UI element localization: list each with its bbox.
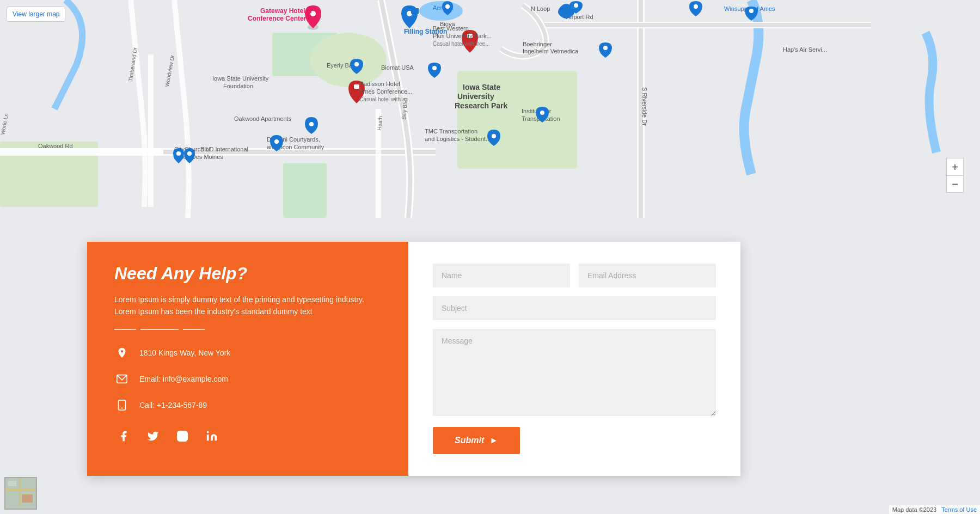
location-icon bbox=[114, 345, 130, 360]
subject-input[interactable] bbox=[433, 296, 716, 320]
info-panel: Need Any Help? Lorem Ipsum is simply dum… bbox=[87, 242, 408, 476]
svg-rect-77 bbox=[5, 489, 37, 491]
svg-text:Hap's Air Servi...: Hap's Air Servi... bbox=[783, 46, 827, 53]
svg-rect-87 bbox=[207, 435, 209, 440]
help-heading: Need Any Help? bbox=[114, 264, 381, 284]
divider-lines bbox=[114, 329, 381, 330]
svg-point-70 bbox=[603, 46, 608, 50]
facebook-icon[interactable] bbox=[117, 429, 131, 443]
svg-text:and Logistics - Student...: and Logistics - Student... bbox=[425, 136, 491, 142]
svg-rect-12 bbox=[544, 23, 871, 27]
svg-text:Research Park: Research Park bbox=[455, 101, 508, 110]
submit-arrow-icon: ► bbox=[489, 436, 498, 445]
email-icon bbox=[114, 371, 130, 387]
name-input[interactable] bbox=[433, 264, 570, 287]
submit-label: Submit bbox=[455, 436, 484, 445]
svg-text:Casual hotel with free...: Casual hotel with free... bbox=[433, 41, 490, 47]
svg-text:S Riverside Dr: S Riverside Dr bbox=[641, 87, 648, 126]
svg-text:Plus University Park...: Plus University Park... bbox=[433, 33, 492, 39]
svg-point-74 bbox=[574, 3, 578, 8]
svg-text:Gateway Hotel &: Gateway Hotel & bbox=[260, 7, 312, 15]
svg-text:Biova: Biova bbox=[440, 21, 455, 27]
svg-point-64 bbox=[274, 139, 279, 144]
svg-text:Oakwood Rd: Oakwood Rd bbox=[38, 143, 73, 149]
svg-point-71 bbox=[176, 151, 181, 156]
email-text: Email: info@example.com bbox=[139, 375, 228, 383]
view-larger-map-button[interactable]: View larger map bbox=[7, 7, 65, 22]
svg-rect-14 bbox=[0, 150, 163, 155]
svg-point-62 bbox=[445, 4, 450, 9]
svg-text:Casual hotel with a...: Casual hotel with a... bbox=[359, 96, 410, 102]
svg-point-88 bbox=[207, 431, 209, 433]
svg-text:TMC Transportation: TMC Transportation bbox=[425, 128, 477, 134]
svg-point-65 bbox=[309, 122, 314, 126]
phone-icon bbox=[114, 397, 130, 413]
svg-text:Iowa State University: Iowa State University bbox=[212, 75, 269, 82]
svg-point-3 bbox=[310, 33, 387, 87]
svg-point-66 bbox=[354, 62, 359, 66]
svg-text:N Loop: N Loop bbox=[531, 5, 550, 12]
divider-line-2 bbox=[140, 329, 179, 330]
svg-rect-80 bbox=[22, 494, 33, 503]
divider-line-1 bbox=[114, 329, 136, 330]
twitter-icon[interactable] bbox=[146, 429, 160, 443]
svg-rect-2 bbox=[283, 163, 327, 218]
map-attribution: Map data ©2023 Terms of Use bbox=[889, 505, 980, 514]
svg-rect-79 bbox=[8, 481, 16, 486]
svg-point-75 bbox=[749, 9, 754, 13]
svg-text:Heath: Heath bbox=[376, 116, 383, 131]
svg-rect-78 bbox=[19, 478, 21, 510]
svg-point-69 bbox=[540, 111, 544, 115]
form-panel: Submit ► bbox=[408, 242, 740, 476]
svg-text:Oakwood Apartments: Oakwood Apartments bbox=[234, 115, 292, 122]
form-row-1 bbox=[433, 264, 716, 287]
svg-point-68 bbox=[492, 134, 496, 138]
submit-button[interactable]: Submit ► bbox=[433, 427, 520, 454]
svg-point-67 bbox=[432, 66, 437, 70]
svg-text:University: University bbox=[457, 92, 494, 101]
svg-rect-52 bbox=[411, 8, 419, 14]
social-icons bbox=[114, 429, 381, 443]
svg-point-85 bbox=[180, 434, 184, 438]
svg-text:Conference Center: Conference Center bbox=[248, 15, 307, 22]
message-input[interactable] bbox=[433, 329, 716, 416]
svg-point-73 bbox=[694, 4, 698, 9]
map-thumbnail bbox=[4, 477, 37, 510]
linkedin-icon[interactable] bbox=[205, 429, 219, 443]
svg-text:Iowa State: Iowa State bbox=[463, 83, 500, 91]
svg-text:Foundation: Foundation bbox=[223, 83, 253, 89]
svg-rect-58 bbox=[354, 84, 359, 89]
address-text: 1810 Kings Way, New York bbox=[139, 348, 230, 357]
email-item: Email: info@example.com bbox=[114, 371, 381, 387]
svg-point-72 bbox=[187, 151, 192, 156]
svg-text:Biomat USA: Biomat USA bbox=[381, 64, 414, 71]
svg-text:Boehringer: Boehringer bbox=[523, 41, 552, 47]
svg-text:Ames Conference...: Ames Conference... bbox=[359, 88, 412, 95]
svg-rect-13 bbox=[148, 54, 154, 207]
zoom-in-button[interactable]: + bbox=[946, 158, 964, 175]
svg-text:BILD International: BILD International bbox=[200, 146, 248, 152]
instagram-icon[interactable] bbox=[175, 429, 189, 443]
form-row-3 bbox=[433, 329, 716, 416]
phone-item: Call: +1-234-567-89 bbox=[114, 397, 381, 413]
svg-text:Ingelheim Vetmedica: Ingelheim Vetmedica bbox=[523, 48, 579, 54]
help-description: Lorem Ipsum is simply dummy text of the … bbox=[114, 293, 381, 318]
divider-line-3 bbox=[183, 329, 205, 330]
zoom-out-button[interactable]: − bbox=[946, 175, 964, 193]
overlay-panel: Need Any Help? Lorem Ipsum is simply dum… bbox=[87, 242, 740, 476]
email-input[interactable] bbox=[579, 264, 716, 287]
svg-text:Radisson Hotel: Radisson Hotel bbox=[359, 81, 400, 87]
phone-text: Call: +1-234-567-89 bbox=[139, 401, 207, 409]
zoom-controls: + − bbox=[946, 158, 964, 193]
terms-of-use-link[interactable]: Terms of Use bbox=[941, 506, 977, 513]
form-row-2 bbox=[433, 296, 716, 320]
address-item: 1810 Kings Way, New York bbox=[114, 345, 381, 360]
